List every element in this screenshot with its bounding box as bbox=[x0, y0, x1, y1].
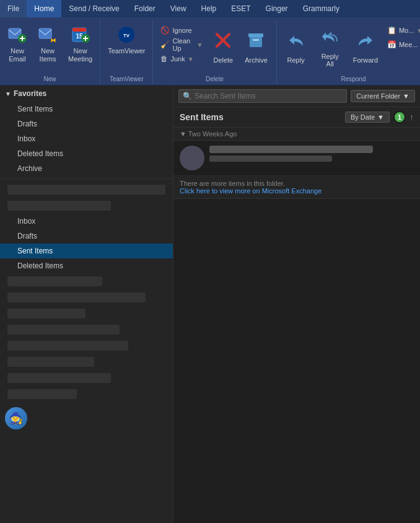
sidebar-item-drafts2[interactable]: Drafts bbox=[0, 229, 173, 244]
cleanup-label: Clean Up bbox=[172, 37, 194, 52]
menu-bar: File Home Send / Receive Folder View Hel… bbox=[0, 0, 420, 17]
menu-file[interactable]: File bbox=[0, 0, 27, 17]
menu-eset[interactable]: ESET bbox=[224, 0, 258, 17]
blurred-row-2 bbox=[7, 201, 111, 211]
menu-folder[interactable]: Folder bbox=[127, 0, 163, 17]
forward-label: Forward bbox=[353, 56, 378, 64]
reply-all-label: Reply All bbox=[319, 53, 341, 68]
sort-direction-button[interactable]: ↑ bbox=[409, 112, 414, 122]
new-meeting-icon: 15 bbox=[71, 25, 90, 45]
more-label: Mo... bbox=[399, 27, 414, 34]
svg-text:TV: TV bbox=[123, 33, 130, 38]
email-content-1 bbox=[209, 146, 414, 170]
sidebar-item-sent[interactable]: Sent Items bbox=[0, 102, 173, 116]
blurred-row-9 bbox=[7, 373, 111, 383]
sidebar-item-inbox2[interactable]: Inbox bbox=[0, 214, 173, 229]
blurred-row-8 bbox=[7, 357, 94, 367]
menu-ginger[interactable]: Ginger bbox=[258, 0, 295, 17]
teamviewer-button[interactable]: TV TeamViewer bbox=[104, 22, 149, 72]
ignore-icon: 🚫 bbox=[160, 26, 170, 35]
email-list: ▼ Two Weeks Ago There are more items in … bbox=[173, 128, 420, 523]
sort-label: By Date bbox=[351, 113, 375, 121]
reply-all-button[interactable]: Reply All bbox=[313, 22, 348, 72]
ribbon: New Email New Items 15 bbox=[0, 17, 420, 86]
new-items-icon bbox=[38, 25, 58, 45]
new-email-label: New Email bbox=[7, 47, 27, 63]
email-avatar-1 bbox=[180, 146, 204, 170]
search-scope-dropdown[interactable]: Current Folder ▼ bbox=[351, 90, 415, 102]
reply-button[interactable]: Reply bbox=[281, 22, 312, 72]
sort-badge: 1 bbox=[393, 111, 406, 123]
delete-button[interactable]: Delete bbox=[208, 22, 238, 72]
svg-rect-18 bbox=[253, 39, 259, 41]
menu-send-receive[interactable]: Send / Receive bbox=[61, 0, 126, 17]
click-here-link[interactable]: Click here to view more on Microsoft Exc… bbox=[180, 187, 322, 195]
sidebar-item-archive[interactable]: Archive bbox=[0, 161, 173, 176]
new-items-label: New Items bbox=[36, 47, 59, 63]
reply-all-icon bbox=[321, 27, 339, 50]
menu-view[interactable]: View bbox=[163, 0, 194, 17]
more-items-bar: There are more items in this folder. Cli… bbox=[173, 176, 420, 199]
sidebar: ▼ Favorites Sent Items Drafts Inbox Dele… bbox=[0, 86, 173, 523]
more-items-text: There are more items in this folder. bbox=[180, 180, 414, 187]
svg-rect-16 bbox=[248, 33, 263, 37]
search-input[interactable] bbox=[195, 92, 343, 100]
favorites-header[interactable]: ▼ Favorites bbox=[0, 86, 173, 102]
email-subject-1 bbox=[209, 153, 414, 162]
search-input-wrap[interactable]: 🔍 bbox=[178, 89, 347, 103]
blurred-row-1 bbox=[7, 185, 165, 195]
favorites-label: Favorites bbox=[14, 89, 46, 98]
ribbon-group-new: New Email New Items 15 bbox=[0, 20, 100, 85]
junk-button[interactable]: 🗑 Junk ▼ bbox=[157, 52, 206, 66]
forward-button[interactable]: Forward bbox=[349, 22, 382, 72]
ribbon-group-teamviewer: TV TeamViewer TeamViewer bbox=[100, 20, 153, 85]
cleanup-icon: 🧹 bbox=[160, 40, 170, 49]
sort-button[interactable]: By Date ▼ bbox=[345, 112, 390, 123]
delete-group-label: Delete bbox=[157, 74, 272, 85]
menu-help[interactable]: Help bbox=[194, 0, 224, 17]
cleanup-button[interactable]: 🧹 Clean Up ▼ bbox=[157, 38, 206, 51]
respond-group-label: Respond bbox=[281, 74, 420, 85]
sidebar-item-deleted[interactable]: Deleted Items bbox=[0, 146, 173, 161]
sidebar-item-inbox[interactable]: Inbox bbox=[0, 131, 173, 146]
ribbon-new-items: New Email New Items 15 bbox=[4, 22, 96, 74]
search-icon: 🔍 bbox=[183, 92, 192, 100]
teamviewer-icon: TV bbox=[116, 25, 136, 45]
sidebar-item-sent2[interactable]: Sent Items bbox=[0, 244, 173, 258]
new-email-icon bbox=[7, 25, 27, 45]
more-icon: 📋 bbox=[387, 26, 396, 35]
new-items-button[interactable]: New Items bbox=[32, 22, 63, 72]
blurred-row-10 bbox=[7, 389, 77, 399]
sidebar-item-deleted2[interactable]: Deleted Items bbox=[0, 258, 173, 273]
watermark-icon: 🧙 bbox=[5, 407, 27, 429]
ribbon-group-delete: 🚫 Ignore 🧹 Clean Up ▼ 🗑 Junk ▼ bbox=[153, 20, 276, 85]
junk-icon: 🗑 bbox=[160, 55, 168, 63]
archive-icon bbox=[247, 31, 265, 54]
new-email-button[interactable]: New Email bbox=[4, 22, 31, 72]
menu-grammarly[interactable]: Grammarly bbox=[295, 0, 347, 17]
junk-label: Junk bbox=[170, 55, 185, 63]
svg-marker-5 bbox=[51, 38, 55, 42]
content-area: 🔍 Current Folder ▼ Sent Items By Date ▼ … bbox=[173, 86, 420, 523]
new-meeting-button[interactable]: 15 New Meeting bbox=[64, 22, 96, 72]
meeting-respond-button[interactable]: 📅 Mee... bbox=[383, 38, 420, 51]
meeting-label: Mee... bbox=[399, 41, 418, 48]
search-scope-arrow: ▼ bbox=[403, 92, 409, 100]
email-item-1[interactable] bbox=[173, 141, 420, 176]
menu-home[interactable]: Home bbox=[27, 0, 61, 17]
reply-icon bbox=[287, 31, 305, 54]
archive-button[interactable]: Archive bbox=[240, 22, 272, 72]
sort-dropdown-arrow: ▼ bbox=[377, 113, 384, 121]
ribbon-group-respond: Reply Reply All Forward bbox=[277, 20, 420, 85]
more-respond-button[interactable]: 📋 Mo... ▼ bbox=[383, 24, 420, 37]
svg-rect-4 bbox=[39, 29, 51, 38]
sidebar-item-drafts[interactable]: Drafts bbox=[0, 116, 173, 131]
meeting-icon: 📅 bbox=[387, 40, 396, 49]
ignore-button[interactable]: 🚫 Ignore bbox=[157, 24, 206, 37]
folder-title: Sent Items bbox=[180, 112, 224, 122]
teamviewer-label: TeamViewer bbox=[108, 47, 145, 55]
archive-label: Archive bbox=[245, 56, 268, 64]
blurred-row-3 bbox=[7, 276, 102, 286]
blurred-row-5 bbox=[7, 309, 85, 319]
ignore-label: Ignore bbox=[172, 27, 191, 34]
